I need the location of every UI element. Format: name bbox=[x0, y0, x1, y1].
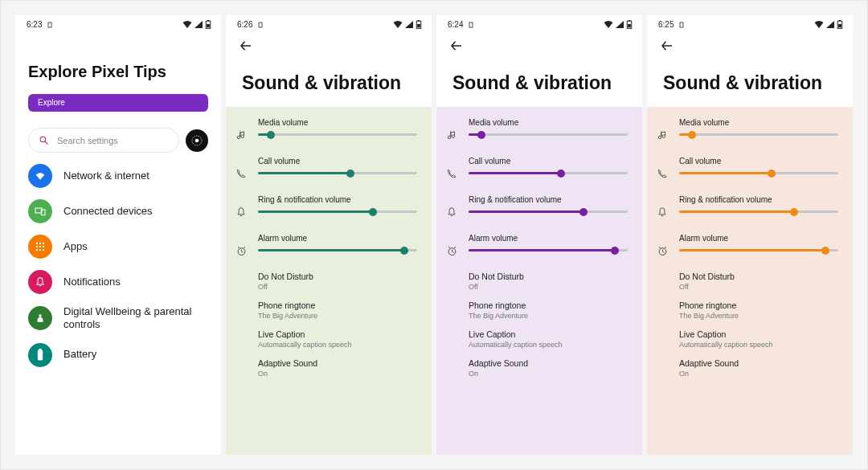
svg-point-11 bbox=[39, 243, 41, 244]
volume-slider[interactable] bbox=[258, 172, 417, 174]
pref-title: Phone ringtone bbox=[258, 300, 417, 310]
pref-item[interactable]: Do Not DisturbOff bbox=[258, 272, 417, 291]
bell-icon bbox=[28, 270, 52, 294]
status-icons bbox=[182, 20, 211, 29]
pref-list: Do Not DisturbOffPhone ringtoneThe Big A… bbox=[652, 270, 846, 378]
pref-title: Live Caption bbox=[469, 329, 628, 339]
pref-item[interactable]: Adaptive SoundOn bbox=[258, 358, 417, 378]
svg-point-10 bbox=[36, 243, 38, 244]
back-icon[interactable] bbox=[660, 39, 674, 53]
page-title: Explore Pixel Tips bbox=[15, 31, 221, 86]
alarm-icon bbox=[235, 245, 250, 260]
svg-point-7 bbox=[195, 138, 199, 142]
slider-row: Call volume bbox=[231, 153, 425, 192]
pref-list: Do Not DisturbOffPhone ringtoneThe Big A… bbox=[231, 270, 425, 378]
settings-item-wellbeing[interactable]: Digital Wellbeing & parental controls bbox=[28, 305, 208, 332]
volume-slider[interactable] bbox=[469, 249, 628, 251]
devices-icon bbox=[28, 199, 52, 223]
settings-item-battery[interactable]: Battery bbox=[28, 343, 208, 367]
svg-rect-29 bbox=[628, 20, 630, 21]
pref-title: Adaptive Sound bbox=[469, 358, 628, 368]
svg-point-15 bbox=[43, 246, 44, 247]
slider-label: Media volume bbox=[469, 118, 628, 133]
pref-item[interactable]: Phone ringtoneThe Big Adventure bbox=[258, 300, 417, 320]
settings-item-connected[interactable]: Connected devices bbox=[28, 199, 208, 223]
settings-list: Network & internet Connected devices App… bbox=[15, 156, 221, 375]
svg-rect-30 bbox=[628, 24, 631, 27]
wifi-icon bbox=[28, 164, 52, 188]
status-time: 6:25 bbox=[658, 20, 674, 29]
pref-item[interactable]: Phone ringtoneThe Big Adventure bbox=[469, 300, 628, 320]
back-icon[interactable] bbox=[239, 39, 253, 53]
svg-rect-27 bbox=[469, 22, 473, 27]
volume-slider[interactable] bbox=[679, 249, 838, 251]
bell-icon bbox=[446, 206, 461, 221]
pref-title: Do Not Disturb bbox=[469, 272, 628, 281]
slider-row: Ring & notification volume bbox=[231, 192, 425, 231]
slider-row: Alarm volume bbox=[441, 231, 636, 270]
search-placeholder: Search settings bbox=[57, 136, 118, 145]
pref-item[interactable]: Adaptive SoundOn bbox=[469, 358, 628, 378]
settings-item-notifications[interactable]: Notifications bbox=[28, 270, 208, 294]
slider-label: Call volume bbox=[469, 157, 628, 172]
search-input[interactable]: Search settings bbox=[28, 128, 179, 153]
search-icon bbox=[39, 135, 49, 145]
pref-item[interactable]: Adaptive SoundOn bbox=[679, 358, 838, 378]
alarm-icon bbox=[657, 245, 671, 260]
apps-icon bbox=[28, 235, 52, 259]
page-title: Sound & vibration bbox=[647, 56, 853, 107]
pref-item[interactable]: Do Not DisturbOff bbox=[679, 272, 838, 291]
slider-row: Ring & notification volume bbox=[652, 192, 846, 231]
status-bar: 6:24 bbox=[436, 15, 642, 31]
volume-slider[interactable] bbox=[258, 133, 417, 136]
page-title: Sound & vibration bbox=[436, 56, 642, 107]
svg-rect-20 bbox=[38, 349, 43, 360]
phone-icon bbox=[657, 168, 671, 182]
pref-title: Do Not Disturb bbox=[679, 272, 838, 281]
pref-subtitle: Off bbox=[679, 283, 838, 291]
profile-avatar[interactable] bbox=[186, 129, 208, 152]
sound-panel: Media volumeCall volumeRing & notificati… bbox=[436, 107, 642, 455]
pref-item[interactable]: Phone ringtoneThe Big Adventure bbox=[679, 300, 838, 320]
pref-item[interactable]: Live CaptionAutomatically caption speech bbox=[679, 329, 838, 349]
slider-label: Media volume bbox=[679, 118, 838, 133]
status-time: 6:24 bbox=[448, 20, 463, 29]
volume-slider[interactable] bbox=[679, 210, 838, 213]
settings-item-apps[interactable]: Apps bbox=[28, 235, 208, 259]
slider-label: Call volume bbox=[679, 157, 838, 172]
slider-label: Alarm volume bbox=[258, 234, 417, 249]
status-icons bbox=[814, 20, 843, 29]
volume-slider[interactable] bbox=[469, 210, 628, 213]
svg-point-13 bbox=[36, 246, 38, 247]
pref-item[interactable]: Live CaptionAutomatically caption speech bbox=[469, 329, 628, 349]
svg-line-5 bbox=[45, 141, 47, 144]
svg-point-18 bbox=[43, 249, 44, 251]
volume-slider[interactable] bbox=[469, 172, 628, 174]
svg-rect-34 bbox=[839, 20, 841, 21]
music-note-icon bbox=[446, 129, 461, 144]
slider-row: Ring & notification volume bbox=[441, 192, 636, 231]
music-note-icon bbox=[235, 129, 250, 144]
pref-title: Live Caption bbox=[258, 329, 417, 339]
settings-item-network[interactable]: Network & internet bbox=[28, 164, 208, 188]
volume-slider[interactable] bbox=[679, 172, 838, 174]
phone-icon bbox=[235, 168, 250, 182]
phone-sound-teal: 6:26 Sound & vibration Media volumeCall … bbox=[226, 15, 432, 455]
pref-item[interactable]: Live CaptionAutomatically caption speech bbox=[258, 329, 417, 349]
svg-rect-2 bbox=[207, 20, 209, 21]
back-icon[interactable] bbox=[449, 39, 464, 53]
pref-title: Live Caption bbox=[679, 329, 838, 339]
pref-title: Adaptive Sound bbox=[679, 358, 838, 368]
pref-item[interactable]: Do Not DisturbOff bbox=[469, 272, 628, 291]
volume-slider[interactable] bbox=[679, 133, 838, 136]
pref-subtitle: Off bbox=[469, 283, 628, 291]
explore-button[interactable]: Explore bbox=[28, 94, 208, 112]
volume-slider[interactable] bbox=[469, 133, 628, 136]
volume-slider[interactable] bbox=[258, 210, 417, 213]
pref-subtitle: On bbox=[469, 370, 628, 378]
volume-slider[interactable] bbox=[258, 249, 417, 251]
pref-subtitle: The Big Adventure bbox=[469, 312, 628, 320]
svg-point-14 bbox=[39, 246, 41, 247]
svg-point-19 bbox=[39, 315, 42, 318]
svg-rect-21 bbox=[39, 349, 41, 350]
